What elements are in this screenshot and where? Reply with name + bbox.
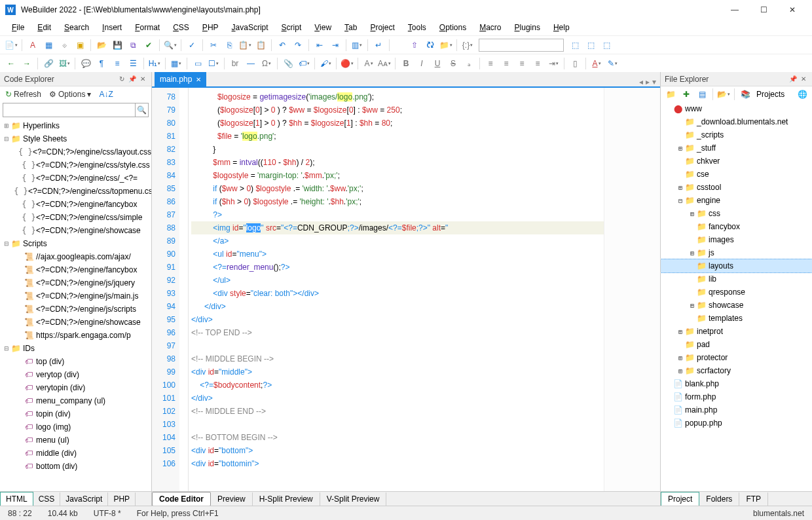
forward-button[interactable]: → (20, 56, 34, 71)
menu-tab[interactable]: Tab (338, 21, 363, 34)
file-tree-item[interactable]: 📄main.php (661, 403, 812, 417)
tree-item[interactable]: 🏷middle (div) (0, 447, 151, 460)
left-tab-javascript[interactable]: JavaScript (60, 492, 108, 506)
bottom-tab-v-split-preview[interactable]: V-Split Preview (320, 492, 387, 506)
fold-gutter[interactable] (179, 88, 189, 491)
color-circle-icon[interactable]: 🔴 (340, 56, 354, 71)
tree-item[interactable]: 📜https://spark.engaga.com/p (0, 329, 151, 342)
file-tree-item[interactable]: 📁images (661, 233, 812, 246)
wrap-button[interactable]: ↵ (371, 38, 386, 52)
tab-close-icon[interactable]: ✕ (196, 76, 201, 83)
tab-main-php[interactable]: main.php ✕ (155, 72, 206, 86)
file-tree[interactable]: ⬤www📁_download.blumentals.net📁_scripts⊞📁… (661, 102, 812, 491)
save-check-button[interactable]: ✔ (141, 38, 156, 52)
tree-item[interactable]: 📜<?=CDN;?>/engine/fancybox (0, 263, 151, 276)
input-icon[interactable]: ☐ (206, 56, 221, 71)
minimize-button[interactable]: — (720, 1, 749, 19)
underline-icon[interactable]: U (430, 56, 445, 71)
file-tree-item[interactable]: 📁chkver (661, 155, 812, 168)
bold-icon[interactable]: B (399, 56, 413, 71)
left-tab-css[interactable]: CSS (33, 492, 61, 506)
close-button[interactable]: ✕ (778, 1, 807, 19)
left-tab-php[interactable]: PHP (108, 492, 136, 506)
file-tree-item[interactable]: ⊞📁showcase (661, 299, 812, 312)
tree-item[interactable]: 🏷verytopin (div) (0, 381, 151, 394)
search-button[interactable]: 🔍 (163, 38, 177, 52)
file-tree-item[interactable]: 📁layouts (661, 259, 812, 272)
tree-item[interactable]: 🏷verytop (div) (0, 368, 151, 381)
tree-item[interactable]: { }<?=CDN;?>/engine/css/layout.css (0, 145, 151, 158)
brush-icon[interactable]: 🖌 (318, 56, 333, 71)
font-color-icon[interactable]: A (589, 56, 604, 71)
right-tab-ftp[interactable]: FTP (739, 492, 768, 506)
open-button[interactable]: 📂 (94, 38, 109, 52)
tb-m2-icon[interactable]: ⬚ (583, 38, 598, 52)
file-tree-item[interactable]: ⊞📁_stuff (661, 141, 812, 155)
omega-icon[interactable]: Ω (259, 56, 274, 71)
tree-item[interactable]: 🏷bottom (div) (0, 460, 151, 473)
menu-edit[interactable]: Edit (31, 21, 58, 34)
file-tree-item[interactable]: 📄form.php (661, 390, 812, 403)
strike-icon[interactable]: S (446, 56, 460, 71)
table-icon[interactable]: ▦ (169, 56, 183, 71)
undo-button[interactable]: ↶ (275, 38, 289, 52)
list-ol-icon[interactable]: ≡ (110, 56, 124, 71)
pin-icon[interactable]: 📌 (128, 75, 137, 84)
menu-file[interactable]: File (5, 21, 31, 34)
align-right-icon[interactable]: ≡ (515, 56, 529, 71)
file-tree-item[interactable]: 📄blank.php (661, 377, 812, 390)
menu-css[interactable]: CSS (166, 21, 196, 34)
combo-input[interactable] (479, 39, 564, 52)
tb-m3-icon[interactable]: ⬚ (599, 38, 614, 52)
right-tab-folders[interactable]: Folders (699, 492, 739, 506)
clipboard-button[interactable]: 📋 (253, 38, 268, 52)
tree-item[interactable]: 🏷menu_company (ul) (0, 394, 151, 407)
italic-icon[interactable]: I (415, 56, 429, 71)
font-size-icon[interactable]: Aᴀ (377, 56, 392, 71)
refresh-button[interactable]: ↻ Refresh (3, 88, 44, 100)
hr-icon[interactable]: — (244, 56, 258, 71)
code-explorer-tree[interactable]: ⊞📁Hyperlinks⊟📁Style Sheets{ }<?=CDN;?>/e… (0, 118, 151, 491)
view-button[interactable]: ▥ (350, 38, 364, 52)
menu-options[interactable]: Options (433, 21, 473, 34)
file-tree-item[interactable]: ⬤www (661, 102, 812, 115)
indent-right-button[interactable]: ⇥ (328, 38, 342, 52)
tree-item[interactable]: { }<?=CDN;?>/engine/css/_<?= (0, 172, 151, 185)
bottom-tab-h-split-preview[interactable]: H-Split Preview (253, 492, 320, 506)
braces-button[interactable]: {:} (460, 38, 475, 52)
tab-next-icon[interactable]: ▸ (646, 77, 650, 86)
paste-button[interactable]: 📋 (238, 38, 252, 52)
align-center-icon[interactable]: ≡ (499, 56, 513, 71)
redo-button[interactable]: ↷ (291, 38, 305, 52)
spellcheck-button[interactable]: ✓ (185, 38, 199, 52)
explorer-search-input[interactable] (3, 103, 136, 117)
ftp-button[interactable]: 📁 (439, 38, 453, 52)
save-button[interactable]: 💾 (110, 38, 124, 52)
menu-tools[interactable]: Tools (401, 21, 433, 34)
tree-item[interactable]: 📜<?=CDN;?>/engine/js/main.js (0, 289, 151, 303)
link-icon[interactable]: 🔗 (41, 56, 56, 71)
close-pane-icon[interactable]: ✕ (138, 75, 147, 84)
tree-item[interactable]: { }<?=CDN;?>/engine/fancybox (0, 198, 151, 211)
list-ul-icon[interactable]: ☰ (126, 56, 140, 71)
menu-view[interactable]: View (308, 21, 338, 34)
clip-icon[interactable]: 📎 (281, 56, 295, 71)
tree-item[interactable]: 📜<?=CDN;?>/engine/showcase (0, 316, 151, 329)
up-folder-icon[interactable]: 📁 (663, 87, 678, 102)
file-tree-item[interactable]: 📁qresponse (661, 286, 812, 299)
tree-item[interactable]: 🏷topin (div) (0, 407, 151, 420)
tree-item[interactable]: { }<?=CDN;?>/engine/css/style.css (0, 158, 151, 172)
tag-icon[interactable]: 🏷 (297, 56, 311, 71)
tb-m1-icon[interactable]: ⬚ (568, 38, 582, 52)
small-icon[interactable]: ₐ (462, 56, 476, 71)
menu-php[interactable]: PHP (196, 21, 225, 34)
file-tree-item[interactable]: ⊟📁engine (661, 194, 812, 207)
tree-item[interactable]: 📜<?=CDN;?>/engine/js/scripts (0, 303, 151, 316)
tree-item[interactable]: 📜<?=CDN;?>/engine/js/jquery (0, 276, 151, 289)
right-tab-project[interactable]: Project (661, 492, 699, 506)
file-tree-item[interactable]: ⊞📁css (661, 207, 812, 220)
tree-item[interactable]: 📜//ajax.googleapis.com/ajax/ (0, 250, 151, 263)
menu-help[interactable]: Help (547, 21, 576, 34)
maximize-button[interactable]: ☐ (749, 1, 778, 19)
menu-macro[interactable]: Macro (473, 21, 507, 34)
